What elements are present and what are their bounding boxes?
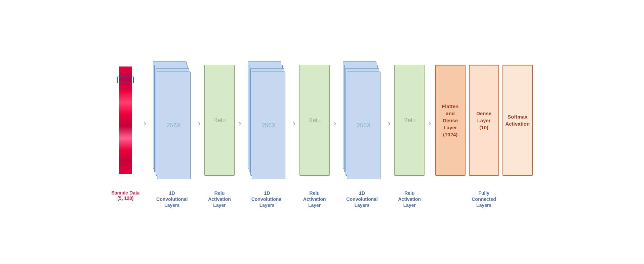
conv2-stack: 256X	[248, 61, 285, 179]
dense-card: Dense Layer (10)	[469, 65, 499, 176]
conv2-visual: 256X	[245, 56, 289, 184]
conv1-inside-label: 256X	[167, 122, 181, 129]
conv2-inside-label: 256X	[261, 122, 276, 129]
arrow-2: ›	[198, 119, 200, 128]
conv1-label: 1D Convolutional Layers	[156, 190, 188, 209]
relu3-visual: Relu	[394, 56, 425, 184]
conv3-stack: 256X	[344, 61, 380, 179]
conv3-card1: 256X	[347, 72, 380, 179]
softmax-card: Softmax Activation	[502, 65, 533, 176]
relu1-card: Relu	[204, 65, 235, 176]
relu3-group: Relu Relu Activation Layer	[394, 56, 425, 208]
relu1-group: Relu Relu Activation Layer	[204, 56, 235, 208]
sample-data-label: Sample Data (5, 128)	[111, 190, 139, 201]
conv1-card1: 256X	[157, 72, 191, 179]
flatten-card: Flatten and Dense Layer (1024)	[435, 65, 466, 176]
flatten-sub-group: Flatten and Dense Layer (1024)	[435, 65, 466, 176]
conv1-group: 256X 1D Convolutional Layers	[150, 56, 194, 208]
fc-group: Flatten and Dense Layer (1024) Dense Lay…	[435, 56, 533, 208]
fc-visual: Flatten and Dense Layer (1024) Dense Lay…	[435, 56, 533, 184]
arrow-6: ›	[388, 119, 390, 128]
sample-data-visual	[119, 56, 132, 184]
conv3-label: 1D Convolutional Layers	[346, 190, 377, 209]
relu1-inside-label: Relu	[213, 117, 226, 124]
dense-inside-label: Dense Layer (10)	[476, 110, 491, 131]
relu2-card: Relu	[299, 65, 330, 176]
relu1-label: Relu Activation Layer	[208, 190, 231, 209]
arrow-4: ›	[293, 119, 295, 128]
arrow-7: ›	[429, 119, 431, 128]
relu2-group: Relu Relu Activation Layer	[299, 56, 330, 208]
sample-data-bar	[119, 67, 132, 174]
softmax-inside-label: Softmax Activation	[505, 113, 530, 127]
sample-data-group: Sample Data (5, 128)	[111, 56, 139, 208]
arrow-3: ›	[239, 119, 241, 128]
conv2-label: 1D Convolutional Layers	[251, 190, 283, 209]
relu1-visual: Relu	[204, 56, 235, 184]
relu2-visual: Relu	[299, 56, 330, 184]
conv3-visual: 256X	[340, 56, 384, 184]
dense-sub-group: Dense Layer (10)	[469, 65, 499, 176]
relu3-label: Relu Activation Layer	[398, 190, 421, 209]
relu2-label: Relu Activation Layer	[303, 190, 326, 209]
relu3-card: Relu	[394, 65, 425, 176]
diagram-container: Sample Data (5, 128) › 256X 1D Convoluti…	[0, 50, 644, 214]
conv1-stack: 256X	[154, 61, 191, 179]
conv2-card1: 256X	[252, 72, 285, 179]
fc-label: Fully Connected Layers	[472, 190, 496, 209]
sample-data-highlight	[117, 77, 134, 83]
conv3-group: 256X 1D Convolutional Layers	[340, 56, 384, 208]
arrow-1: ›	[144, 119, 146, 128]
conv1-visual: 256X	[150, 56, 194, 184]
relu3-inside-label: Relu	[403, 117, 416, 124]
conv2-group: 256X 1D Convolutional Layers	[245, 56, 289, 208]
arrow-5: ›	[334, 119, 336, 128]
flatten-inside-label: Flatten and Dense Layer (1024)	[442, 103, 458, 138]
relu2-inside-label: Relu	[308, 117, 321, 124]
softmax-sub-group: Softmax Activation	[502, 65, 533, 176]
conv3-inside-label: 256X	[357, 122, 371, 129]
